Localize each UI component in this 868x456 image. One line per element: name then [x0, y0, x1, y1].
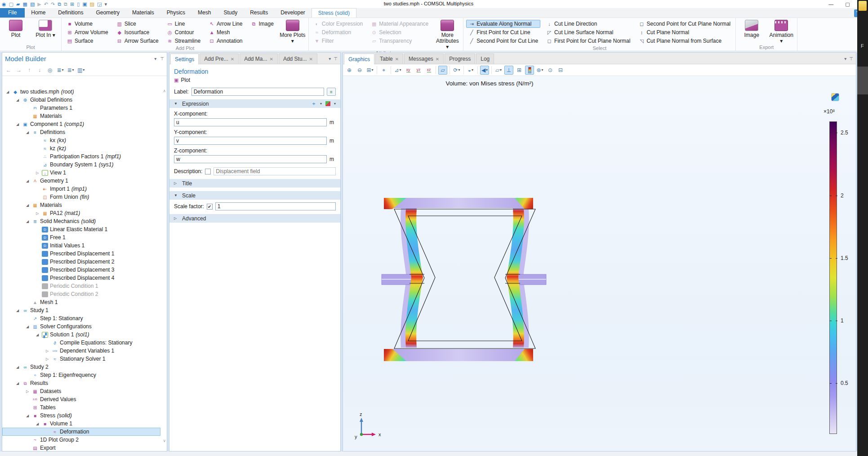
scroll-down-icon[interactable]: ∨: [163, 438, 166, 443]
pin-icon[interactable]: ⊤: [334, 56, 338, 61]
chevron-down-icon[interactable]: ▾: [154, 56, 156, 61]
expand-arrow[interactable]: ◢: [15, 308, 20, 313]
plot-in-button[interactable]: Plot In ▾: [32, 19, 58, 38]
tree-node-deformation[interactable]: ≈Deformation: [2, 428, 160, 436]
evaluate-along-normal-button[interactable]: ⇥Evaluate Along Normal: [466, 20, 540, 28]
y-component-input[interactable]: [174, 137, 327, 145]
dropdown-icon[interactable]: ▾: [104, 1, 107, 7]
plot-flag-icon[interactable]: [325, 101, 330, 106]
show-grid-button[interactable]: ⊞: [515, 66, 524, 75]
tree-node-solution-1[interactable]: ◢▞Solution 1(sol1): [2, 331, 160, 339]
tree-node-participation-factors-1[interactable]: ∴Participation Factors 1(mpf1): [2, 152, 160, 161]
tree-node-kx[interactable]: ≈kx(kx): [2, 136, 160, 144]
tree-node-materials[interactable]: ◢▦Materials: [2, 201, 160, 209]
slice-button[interactable]: ▥Slice: [114, 20, 161, 28]
graphics-canvas[interactable]: Volume: von Mises stress (N/m²): [343, 76, 856, 451]
move-down-button[interactable]: ↓: [35, 66, 44, 75]
tree-node-prescribed-displacement-2[interactable]: Prescribed Displacement 2: [2, 258, 160, 266]
node-grouping-button[interactable]: ▥▾: [76, 66, 85, 75]
expand-node-button[interactable]: ≣▾: [56, 66, 65, 75]
cut-line-surface-normal-button[interactable]: ◸Cut Line Surface Normal: [544, 28, 632, 36]
transparency-button[interactable]: ▱▾: [494, 66, 503, 75]
z-component-input[interactable]: [174, 155, 327, 163]
tree-node-two-studies-mph[interactable]: ◢◆two studies.mph(root): [2, 88, 160, 96]
annotation-button[interactable]: ⊡Annotation: [206, 37, 245, 45]
line-button[interactable]: ▭Line: [165, 20, 203, 28]
tree-node-prescribed-displacement-3[interactable]: Prescribed Displacement 3: [2, 266, 160, 274]
move-up-button[interactable]: ↑: [25, 66, 34, 75]
tree-node-boundary-system-1[interactable]: ⊿Boundary System 1(sys1): [2, 161, 160, 169]
cut-plane-normal-button[interactable]: ↕Cut Plane Normal: [636, 28, 733, 36]
expand-arrow[interactable]: ◢: [15, 98, 20, 102]
expand-arrow[interactable]: ◢: [15, 365, 20, 369]
sound-button[interactable]: ◀▾: [480, 66, 489, 75]
surface-button[interactable]: ▤Surface: [64, 37, 111, 45]
minimize-button[interactable]: —: [828, 1, 833, 7]
expand-arrow[interactable]: ◢: [25, 203, 30, 207]
tree-node-materials[interactable]: ▦Materials: [2, 112, 160, 120]
tab-messages[interactable]: Messages✕: [404, 54, 444, 64]
ribbon-tab-geometry[interactable]: Geometry: [89, 8, 126, 18]
close-icon[interactable]: ✕: [436, 57, 439, 62]
tree-node-kz[interactable]: ≈kz(kz): [2, 144, 160, 152]
pin-icon[interactable]: ⊤: [849, 56, 853, 61]
expand-arrow[interactable]: ▷: [45, 349, 49, 353]
redo-icon[interactable]: ↷: [51, 1, 55, 7]
tree-node-stress[interactable]: ◢■Stress(solid): [2, 411, 160, 420]
select-box-icon[interactable]: ▣: [82, 1, 87, 7]
tree-node-results[interactable]: ◢⧉Results: [2, 379, 160, 387]
more-plots-button[interactable]: More Plots ▾: [280, 19, 306, 44]
tree-node-dependent-variables-1[interactable]: ▷uxwDependent Variables 1: [2, 347, 160, 355]
expand-arrow[interactable]: ◢: [15, 381, 20, 385]
yz-view-button[interactable]: yz: [414, 66, 423, 75]
plot-in-window-icon[interactable]: [831, 93, 839, 101]
rotate-button[interactable]: ⟳▾: [452, 66, 461, 75]
new-icon[interactable]: ▢: [9, 1, 13, 7]
tree-node-parameters-1[interactable]: PiParameters 1: [2, 104, 160, 112]
expand-arrow[interactable]: ▷: [25, 389, 30, 393]
tree-node-initial-values-1[interactable]: DInitial Values 1: [2, 241, 160, 250]
chevron-down-icon[interactable]: ▾: [472, 68, 473, 72]
perspective-button[interactable]: ▱: [438, 66, 447, 75]
isosurface-button[interactable]: ◆Isosurface: [114, 28, 161, 36]
tree-node-linear-elastic-material-1[interactable]: DLinear Elastic Material 1: [2, 225, 160, 233]
second-point-for-cut-plane-normal-button[interactable]: ◻Second Point for Cut Plane Normal: [636, 20, 733, 28]
tree-node-global-definitions[interactable]: ◢⊕Global Definitions: [2, 96, 160, 104]
tab-add-ma[interactable]: Add Ma...✕: [240, 54, 278, 64]
first-point-for-cut-plane-normal-button[interactable]: ◻First Point for Cut Plane Normal: [544, 37, 632, 45]
tree-node-form-union[interactable]: ◫Form Union(fin): [2, 193, 160, 201]
chevron-down-icon[interactable]: ▾: [372, 68, 374, 72]
tree-node-tables[interactable]: ⊞Tables: [2, 403, 160, 411]
x-component-input[interactable]: [174, 118, 327, 126]
close-icon[interactable]: ✕: [309, 57, 313, 62]
save-preview-icon[interactable]: ▧: [30, 1, 35, 7]
tree-node-step-1-stationary[interactable]: ↗Step 1: Stationary: [2, 314, 160, 322]
stress-plot[interactable]: Volume: von Mises stress (N/m²): [343, 76, 856, 451]
tree-node-free-1[interactable]: DFree 1: [2, 233, 160, 241]
chevron-down-icon[interactable]: ▾: [542, 68, 543, 72]
tab-table[interactable]: Table✕: [375, 54, 403, 64]
streamline-button[interactable]: ≋Streamline: [165, 37, 203, 45]
rename-icon[interactable]: ≡: [327, 88, 336, 96]
print-button[interactable]: ⊟: [556, 66, 565, 75]
expand-arrow[interactable]: ▷: [45, 357, 49, 361]
tab-graphics[interactable]: Graphics: [344, 54, 374, 64]
copy-icon[interactable]: ⧉: [58, 1, 61, 7]
zoom-out-button[interactable]: ⊖: [355, 66, 364, 75]
show-axes-button[interactable]: ⊥: [504, 66, 513, 75]
more-attributes-button[interactable]: More Attributes ▾: [434, 19, 460, 50]
tree-node-datasets[interactable]: ▷▦Datasets: [2, 387, 160, 395]
expand-arrow[interactable]: ◢: [25, 130, 30, 134]
second-point-for-cut-line-button[interactable]: ╱Second Point for Cut Line: [466, 37, 540, 45]
zoom-in-button[interactable]: ⊕: [345, 66, 354, 75]
tab-add-stu[interactable]: Add Stu...✕: [279, 54, 317, 64]
tree-node-periodic-condition-1[interactable]: Periodic Condition 1: [2, 282, 160, 290]
chevron-down-icon[interactable]: ▾: [329, 56, 331, 61]
paste-ref-icon[interactable]: ⊞: [70, 1, 74, 7]
ribbon-tab-mesh[interactable]: Mesh: [191, 8, 217, 18]
plot-button[interactable]: Plot: [3, 19, 29, 38]
expand-arrow[interactable]: ◢: [25, 219, 30, 224]
go-to-view-button[interactable]: ⊿▾: [393, 66, 402, 75]
tab-add-pre[interactable]: Add Pre...✕: [200, 54, 239, 64]
color-legend-button[interactable]: [525, 66, 534, 75]
